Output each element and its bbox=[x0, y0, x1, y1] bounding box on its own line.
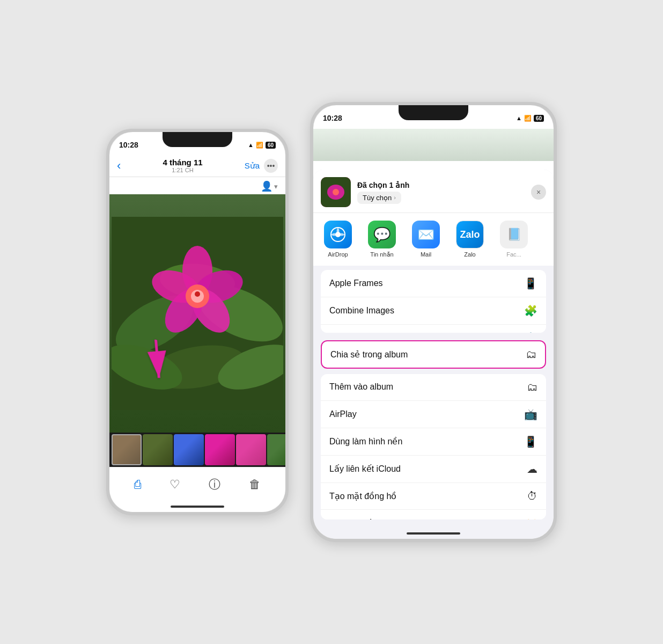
status-icons: ▲ 📶 60 bbox=[248, 142, 276, 149]
bottom-toolbar: ⎙ ♡ ⓘ 🗑 bbox=[109, 467, 285, 501]
close-button[interactable]: × bbox=[531, 185, 546, 200]
thumbnail-5[interactable] bbox=[236, 434, 266, 465]
thumbnail-6[interactable] bbox=[267, 434, 285, 465]
person-row: 👤 ▾ bbox=[109, 177, 285, 194]
person-icon: 👤 bbox=[261, 180, 272, 192]
home-bar-2 bbox=[407, 532, 460, 535]
action-list: Apple Frames 📱 Combine Images 🧩 Sao chép… bbox=[313, 266, 554, 528]
home-bar bbox=[171, 506, 224, 508]
action-share-album[interactable]: Chia sẻ trong album 🗂 bbox=[321, 340, 546, 369]
nav-title-main: 4 tháng 11 bbox=[163, 158, 202, 167]
share-selected-label: Đã chọn 1 ảnh bbox=[357, 181, 525, 189]
save-files-label: Lưu vào Tệp bbox=[329, 518, 378, 519]
thumbnail-3[interactable] bbox=[174, 434, 204, 465]
wallpaper-label: Dùng làm hình nền bbox=[329, 436, 402, 447]
create-watch-icon: ⏱ bbox=[527, 490, 537, 502]
zalo-label: Zalo bbox=[464, 251, 475, 258]
more-button[interactable]: ••• bbox=[264, 159, 278, 173]
wallpaper-icon: 📱 bbox=[524, 435, 537, 448]
app-item-message[interactable]: 💬 Tin nhắn bbox=[365, 221, 399, 258]
delete-button[interactable]: 🗑 bbox=[249, 478, 261, 492]
svg-point-19 bbox=[333, 189, 339, 195]
airdrop-label: AirDrop bbox=[328, 251, 348, 258]
airplay-icon: 📺 bbox=[524, 408, 537, 421]
home-indicator-2 bbox=[313, 528, 554, 539]
action-apple-frames[interactable]: Apple Frames 📱 bbox=[321, 270, 546, 297]
status-time: 10:28 bbox=[119, 141, 138, 149]
more-icon: ••• bbox=[267, 162, 275, 170]
phone-2-screen: 10:28 ▲ 📶 60 bbox=[313, 105, 554, 539]
thumbnail-2[interactable] bbox=[143, 434, 173, 465]
nav-subtitle: 1:21 CH bbox=[163, 167, 202, 173]
more-app-label: Fac... bbox=[506, 251, 521, 258]
phone-screen: 10:28 ▲ 📶 60 ‹ 4 tháng 11 1:21 CH Sửa ••… bbox=[109, 132, 285, 512]
action-combine-images[interactable]: Combine Images 🧩 bbox=[321, 297, 546, 325]
svg-line-16 bbox=[144, 340, 171, 378]
close-icon: × bbox=[536, 188, 541, 196]
home-indicator bbox=[109, 501, 285, 512]
options-label: Tùy chọn bbox=[363, 194, 392, 202]
airplay-label: AirPlay bbox=[329, 409, 357, 419]
back-button[interactable]: ‹ bbox=[117, 159, 121, 173]
zalo-icon: Zalo bbox=[456, 221, 484, 248]
wifi-icon-2: 📶 bbox=[524, 115, 532, 122]
app-item-airdrop[interactable]: AirDrop bbox=[321, 221, 355, 258]
like-button[interactable]: ♡ bbox=[170, 478, 180, 492]
info-button[interactable]: ⓘ bbox=[209, 477, 220, 493]
action-copy-photo[interactable]: Sao chép ảnh 📋 bbox=[321, 325, 546, 333]
heart-icon: ♡ bbox=[170, 478, 180, 491]
share-sheet: Đã chọn 1 ảnh Tùy chọn › × bbox=[313, 170, 554, 539]
action-group-1: Apple Frames 📱 Combine Images 🧩 Sao chép… bbox=[321, 270, 546, 333]
signal-icon: ▲ bbox=[248, 142, 254, 148]
save-files-icon: 📁 bbox=[524, 517, 537, 519]
create-watch-label: Tạo mặt đồng hồ bbox=[329, 491, 396, 501]
apple-frames-label: Apple Frames bbox=[329, 279, 383, 288]
person-chevron: ▾ bbox=[274, 182, 278, 191]
airdrop-icon bbox=[324, 221, 352, 248]
phone-1: 10:28 ▲ 📶 60 ‹ 4 tháng 11 1:21 CH Sửa ••… bbox=[106, 129, 289, 515]
svg-point-14 bbox=[195, 291, 200, 297]
icloud-link-icon: ☁ bbox=[527, 463, 537, 475]
mail-label: Mail bbox=[421, 251, 431, 258]
app-item-mail[interactable]: ✉️ Mail bbox=[409, 221, 443, 258]
share-album-label: Chia sẻ trong album bbox=[330, 349, 408, 360]
more-app-icon: 📘 bbox=[500, 221, 528, 248]
share-album-icon: 🗂 bbox=[526, 348, 536, 361]
share-options-button[interactable]: Tùy chọn › bbox=[357, 192, 401, 204]
battery-level: 60 bbox=[266, 142, 276, 149]
nav-actions: Sửa ••• bbox=[245, 159, 278, 173]
person-button[interactable]: 👤 ▾ bbox=[261, 180, 278, 192]
app-item-more[interactable]: 📘 Fac... bbox=[497, 221, 531, 258]
message-label: Tin nhắn bbox=[370, 251, 393, 258]
combine-images-icon: 🧩 bbox=[524, 304, 537, 317]
options-chevron: › bbox=[394, 194, 396, 201]
thumbnail-4[interactable] bbox=[205, 434, 235, 465]
share-thumbnail bbox=[321, 177, 351, 207]
share-button[interactable]: ⎙ bbox=[134, 478, 141, 492]
photo-area bbox=[109, 194, 285, 433]
add-album-icon: 🗂 bbox=[527, 381, 537, 393]
app-item-zalo[interactable]: Zalo Zalo bbox=[453, 221, 487, 258]
status-icons-2: ▲ 📶 60 bbox=[516, 115, 544, 122]
edit-button[interactable]: Sửa bbox=[245, 161, 260, 171]
action-group-2: Thêm vào album 🗂 AirPlay 📺 Dùng làm hình… bbox=[321, 374, 546, 519]
combine-images-label: Combine Images bbox=[329, 306, 394, 316]
action-wallpaper[interactable]: Dùng làm hình nền 📱 bbox=[321, 428, 546, 456]
nav-title: 4 tháng 11 1:21 CH bbox=[163, 158, 202, 173]
action-create-watch[interactable]: Tạo mặt đồng hồ ⏱ bbox=[321, 483, 546, 510]
trash-icon: 🗑 bbox=[249, 478, 261, 491]
thumbnail-1[interactable] bbox=[112, 434, 142, 465]
wifi-icon: 📶 bbox=[256, 142, 263, 149]
action-airplay[interactable]: AirPlay 📺 bbox=[321, 401, 546, 428]
action-save-files[interactable]: Lưu vào Tệp 📁 bbox=[321, 510, 546, 519]
copy-photo-icon: 📋 bbox=[524, 332, 537, 333]
status-time-2: 10:28 bbox=[323, 114, 342, 122]
message-icon: 💬 bbox=[368, 221, 396, 248]
action-add-album[interactable]: Thêm vào album 🗂 bbox=[321, 374, 546, 401]
blurred-bg bbox=[313, 129, 554, 161]
thumbnail-strip bbox=[109, 433, 285, 467]
apple-frames-icon: 📱 bbox=[524, 277, 537, 290]
flower-photo bbox=[109, 194, 285, 433]
action-icloud-link[interactable]: Lấy liên kết iCloud ☁ bbox=[321, 456, 546, 483]
share-info: Đã chọn 1 ảnh Tùy chọn › bbox=[357, 181, 525, 204]
